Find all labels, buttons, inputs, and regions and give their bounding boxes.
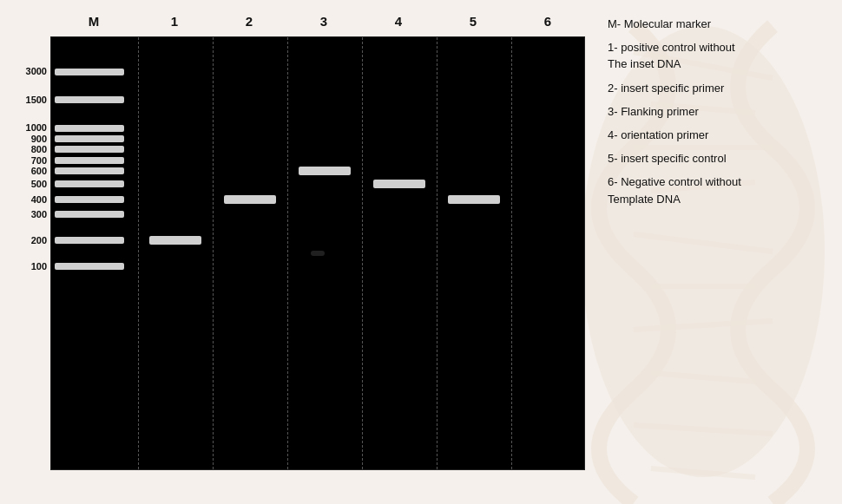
sample-band-lane5 — [448, 195, 500, 204]
gel-container: 300015001000900800700600500400300200100 — [9, 36, 590, 470]
legend-section: M- Molecular marker1- positive control w… — [590, 0, 842, 504]
marker-label-500: 500 — [31, 179, 47, 189]
legend-item-6: 6- Negative control without Template DNA — [608, 173, 830, 206]
lane-header-3: 3 — [286, 14, 361, 29]
gel-image — [50, 36, 585, 470]
divider-1 — [213, 37, 214, 469]
marker-band-400 — [55, 196, 124, 203]
legend-item-4: 4- orientation primer — [608, 127, 830, 143]
marker-band-800 — [55, 146, 124, 153]
marker-band-1000 — [55, 125, 124, 132]
marker-band-300 — [55, 211, 124, 218]
sample-band-lane1 — [149, 236, 201, 245]
divider-2 — [287, 37, 288, 469]
marker-label-300: 300 — [31, 209, 47, 219]
marker-label-200: 200 — [31, 235, 47, 245]
lane-headers: M 1 2 3 4 5 6 — [9, 9, 590, 33]
legend-text-6: 6- Negative control without Template DNA — [608, 175, 741, 205]
divider-3 — [362, 37, 363, 469]
marker-band-1500 — [55, 96, 124, 103]
marker-band-900 — [55, 135, 124, 142]
sample-band-lane4 — [373, 180, 425, 188]
legend-text-2: 2- insert specific primer — [608, 82, 724, 95]
marker-band-500 — [55, 180, 124, 187]
legend-item-0: M- Molecular marker — [608, 16, 830, 32]
lane-header-6: 6 — [510, 14, 585, 29]
marker-band-3000 — [55, 69, 124, 75]
marker-band-700 — [55, 157, 124, 164]
legend-item-5: 5- insert specific control — [608, 150, 830, 167]
marker-band-200 — [55, 237, 124, 244]
marker-band-600 — [55, 167, 124, 174]
legend-item-2: 2- insert specific primer — [608, 80, 830, 96]
legend-text-0: M- Molecular marker — [608, 17, 711, 30]
legend-text-4: 4- orientation primer — [608, 128, 708, 141]
divider-5 — [511, 37, 512, 469]
marker-label-700: 700 — [31, 155, 47, 166]
watermark — [311, 251, 325, 256]
legend-text-3: 3- Flanking primer — [608, 105, 699, 118]
marker-label-3000: 3000 — [26, 66, 47, 76]
legend-item-3: 3- Flanking primer — [608, 103, 830, 120]
sample-band-lane3 — [299, 167, 351, 175]
lane-header-4: 4 — [361, 14, 436, 29]
marker-band-100 — [55, 263, 124, 270]
legend-text-1: 1- positive control without The inset DN… — [608, 41, 735, 70]
marker-label-600: 600 — [31, 166, 47, 176]
lane-header-5: 5 — [436, 14, 510, 29]
marker-label-900: 900 — [31, 134, 47, 144]
sample-band-lane2 — [224, 195, 276, 204]
divider-4 — [437, 37, 437, 469]
marker-label-1500: 1500 — [26, 95, 47, 105]
marker-label-100: 100 — [31, 261, 47, 272]
marker-label-800: 800 — [31, 144, 47, 154]
gel-section: M 1 2 3 4 5 6 30001500100090080070060050… — [0, 0, 590, 504]
marker-label-400: 400 — [31, 194, 47, 205]
legend-item-1: 1- positive control without The inset DN… — [608, 39, 830, 72]
lane-header-m: M — [50, 14, 137, 29]
marker-labels: 300015001000900800700600500400300200100 — [9, 36, 50, 470]
divider-0 — [138, 37, 139, 469]
legend-text-5: 5- insert specific control — [608, 152, 727, 165]
marker-label-1000: 1000 — [26, 122, 47, 133]
lane-header-2: 2 — [212, 14, 286, 29]
lane-header-1: 1 — [137, 14, 212, 29]
